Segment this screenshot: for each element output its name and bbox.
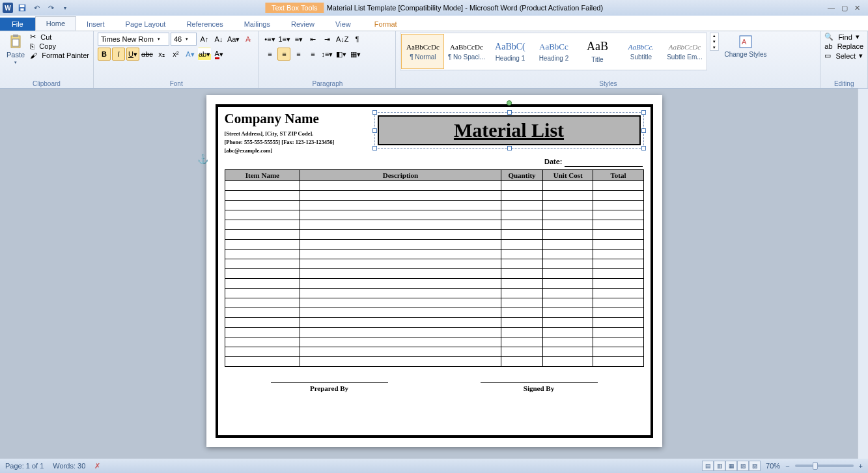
superscript-button[interactable]: x² [169,48,182,61]
redo-icon[interactable]: ↷ [46,3,56,13]
font-color-button[interactable]: A▾ [212,48,225,61]
paste-label: Paste [7,51,25,59]
chevron-down-icon: ▾ [14,60,17,65]
replace-label: Replace [837,42,863,50]
tab-view[interactable]: View [325,18,361,31]
undo-icon[interactable]: ↶ [31,3,42,13]
numbering-button[interactable]: 1≡▾ [277,33,291,46]
word-icon: W [3,3,13,13]
font-group-label: Font [98,79,255,88]
borders-button[interactable]: ▦▾ [349,48,362,61]
close-icon[interactable]: ✕ [854,4,860,12]
tab-mailings[interactable]: Mailings [234,18,281,31]
select-icon: ▭ [824,51,831,60]
format-painter-button[interactable]: 🖌 Format Painter [30,51,89,59]
styles-group-label: Styles [400,79,816,88]
underline-button[interactable]: U▾ [126,48,139,61]
select-button[interactable]: ▭ Select ▾ [824,51,863,60]
style-no-spacing[interactable]: AaBbCcDc¶ No Spaci... [445,34,488,69]
show-marks-button[interactable]: ¶ [351,33,364,46]
change-styles-label: Change Styles [724,51,766,58]
copy-button[interactable]: ⎘ Copy [30,42,89,50]
painter-label: Format Painter [42,51,89,59]
increase-indent-button[interactable]: ⇥ [321,33,334,46]
clipboard-group-label: Clipboard [4,79,89,88]
styles-scroll[interactable]: ▴▾▾ [710,33,719,51]
font-size-value: 46 [174,35,182,43]
context-tab-label: Text Box Tools [265,3,324,13]
bullets-button[interactable]: •≡▾ [263,33,276,46]
line-spacing-button[interactable]: ↕≡▾ [320,48,333,61]
font-name-select[interactable]: Times New Rom▾ [98,33,169,46]
subscript-button[interactable]: x₂ [155,48,168,61]
title-bar: W ↶ ↷ ▾ Text Box Tools Material List Tem… [0,0,868,16]
window-title: Text Box Tools Material List Template [C… [265,3,603,13]
highlight-button[interactable]: ab▾ [198,48,211,61]
grow-font-button[interactable]: A↑ [198,33,211,46]
tab-home[interactable]: Home [35,16,76,31]
cut-label: Cut [40,33,51,41]
sort-button[interactable]: A↓Z [335,33,350,46]
group-editing: 🔍 Find ▾ ab Replace ▭ Select ▾ Editing [820,31,868,88]
find-label: Find [838,33,852,41]
italic-button[interactable]: I [112,48,125,61]
qat-more-icon[interactable]: ▾ [60,3,70,13]
style-title[interactable]: AaBTitle [576,34,619,69]
align-right-button[interactable]: ≡ [292,48,305,61]
window-controls: — ▢ ✕ [828,4,865,12]
change-case-button[interactable]: Aa▾ [227,33,240,46]
document-title: Material List Template [Compatibility Mo… [327,4,603,12]
change-styles-button[interactable]: A Change Styles [721,33,769,59]
svg-rect-1 [20,5,25,8]
svg-rect-5 [12,39,19,46]
svg-text:A: A [742,38,747,46]
group-styles: AaBbCcDc¶ Normal AaBbCcDc¶ No Spaci... A… [396,31,820,88]
align-center-button[interactable]: ≡ [277,48,290,61]
ribbon: Paste ▾ ✂ Cut ⎘ Copy 🖌 Format Painter Cl… [0,31,868,89]
select-label: Select [835,52,856,60]
tab-page-layout[interactable]: Page Layout [115,18,176,31]
font-name-value: Times New Rom [101,35,154,43]
tab-review[interactable]: Review [281,18,325,31]
tab-file[interactable]: File [0,18,35,31]
quick-access-toolbar: ↶ ↷ ▾ [17,3,70,13]
maximize-icon[interactable]: ▢ [841,4,848,12]
shading-button[interactable]: ◧▾ [335,48,348,61]
style-heading2[interactable]: AaBbCcHeading 2 [532,34,575,69]
style-normal[interactable]: AaBbCcDc¶ Normal [401,34,444,69]
paste-button[interactable]: Paste ▾ [4,33,27,66]
cut-button[interactable]: ✂ Cut [30,33,89,41]
style-subtle-em[interactable]: AaBbCcDcSubtle Em... [663,34,706,69]
align-left-button[interactable]: ≡ [263,48,276,61]
minimize-icon[interactable]: — [828,4,835,12]
style-subtitle[interactable]: AaBbCc.Subtitle [619,34,662,69]
editing-group-label: Editing [824,79,863,88]
font-size-select[interactable]: 46▾ [171,33,197,46]
tab-insert[interactable]: Insert [76,18,115,31]
bold-button[interactable]: B [98,48,111,61]
find-button[interactable]: 🔍 Find ▾ [824,33,860,41]
clear-formatting-button[interactable]: A̶ [242,33,255,46]
replace-button[interactable]: ab Replace [824,42,863,50]
cut-icon: ✂ [30,33,36,41]
tab-references[interactable]: References [176,18,233,31]
shrink-font-button[interactable]: A↓ [212,33,225,46]
strikethrough-button[interactable]: abc [141,48,154,61]
save-icon[interactable] [17,3,27,13]
brush-icon: 🖌 [30,51,37,59]
copy-label: Copy [39,42,56,50]
paragraph-group-label: Paragraph [263,79,391,88]
text-effects-button[interactable]: A▾ [184,48,197,61]
style-heading1[interactable]: AaBbC(Heading 1 [488,34,531,69]
svg-rect-4 [13,35,18,37]
copy-icon: ⎘ [30,42,35,50]
group-paragraph: •≡▾ 1≡▾ ≡▾ ⇤ ⇥ A↓Z ¶ ≡ ≡ ≡ ≡ ↕≡▾ ◧▾ ▦▾ P… [259,31,396,88]
replace-icon: ab [824,42,832,50]
group-clipboard: Paste ▾ ✂ Cut ⎘ Copy 🖌 Format Painter Cl… [0,31,94,88]
styles-gallery[interactable]: AaBbCcDc¶ Normal AaBbCcDc¶ No Spaci... A… [400,33,707,70]
tab-format[interactable]: Format [364,18,408,31]
ribbon-tabs: File Home Insert Page Layout References … [0,16,868,31]
multilevel-button[interactable]: ≡▾ [292,33,305,46]
justify-button[interactable]: ≡ [306,48,319,61]
decrease-indent-button[interactable]: ⇤ [307,33,320,46]
